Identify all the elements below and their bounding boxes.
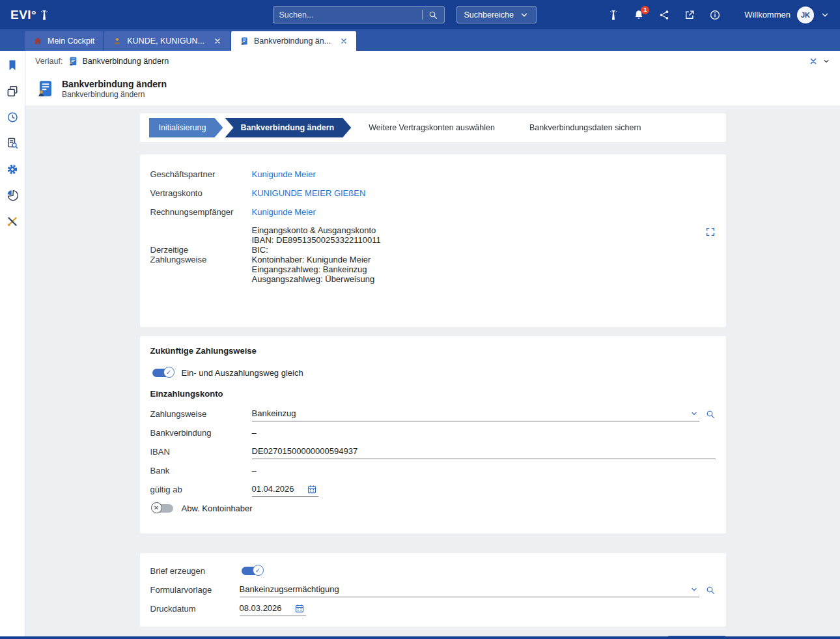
gueltig-ab-date-field[interactable]: 01.04.2026 [252, 483, 318, 497]
calendar-icon[interactable] [307, 484, 317, 494]
abw-kontoinhaber-toggle[interactable] [152, 504, 173, 513]
global-search[interactable] [273, 6, 445, 23]
user-menu[interactable]: Willkommen JK [744, 7, 830, 23]
content-area: Initialisierung Bankverbindung ändern We… [25, 106, 840, 636]
x-icon [151, 502, 162, 513]
chevron-down-icon [520, 10, 529, 20]
wizard-step-bankverbindung-aendern[interactable]: Bankverbindung ändern [225, 118, 351, 137]
bookmark-icon[interactable] [6, 59, 20, 72]
layers-icon[interactable] [6, 85, 20, 98]
formularvorlage-select[interactable]: Bankeinzugsermächtigung [240, 582, 699, 597]
tab-close-icon[interactable] [340, 37, 348, 45]
field-row-iban: IBAN [150, 442, 716, 461]
payment-line: Eingangszahlweg: Bankeinzug [252, 264, 705, 274]
topbar-icon-group: 1 [608, 9, 721, 21]
wizard-step-label: Initialisierung [159, 123, 206, 132]
geschaeftspartner-link[interactable]: Kunigunde Meier [252, 169, 316, 179]
lighthouse-logo-icon [38, 9, 50, 21]
brief-erzeugen-toggle[interactable] [242, 567, 262, 575]
info-icon[interactable] [709, 9, 721, 21]
search-scope-dropdown[interactable]: Suchbereiche [456, 6, 537, 23]
tab-label: Bankverbindung än... [254, 36, 331, 46]
wizard-step-weitere-vertragskonten[interactable]: Weitere Vertragskonten auswählen [353, 118, 512, 137]
date-value: 08.03.2026 [240, 603, 282, 613]
user-menu-chevron-icon[interactable] [820, 10, 830, 20]
tab-bankverbindung[interactable]: Bankverbindung än... [231, 31, 356, 51]
field-label: Formularvorlage [150, 585, 240, 595]
letter-card: Brief erzeugen Formularvorlage Bankeinzu… [140, 553, 726, 627]
gear-icon[interactable] [6, 163, 20, 177]
close-icon[interactable] [809, 57, 818, 66]
field-label: Druckdatum [150, 604, 240, 614]
value-help-search-icon[interactable] [705, 409, 716, 419]
open-external-icon[interactable] [684, 9, 695, 21]
field-row-brief-erzeugen: Brief erzeugen [150, 561, 716, 580]
share-icon[interactable] [658, 9, 670, 21]
process-document-icon [35, 78, 55, 99]
wizard-step-daten-sichern[interactable]: Bankverbindungsdaten sichern [514, 118, 658, 137]
chevron-down-icon[interactable] [822, 57, 830, 65]
payment-line: IBAN: DE89513500253322110011 [252, 235, 705, 245]
selected-value: Bankeinzug [252, 408, 690, 418]
verlauf-label: Verlauf: [35, 57, 63, 66]
iban-input[interactable] [252, 444, 716, 459]
druckdatum-date-field[interactable]: 08.03.2026 [240, 602, 306, 616]
toggle-label: Abw. Kontoinhaber [182, 504, 253, 513]
search-icon[interactable] [428, 10, 438, 20]
wizard-step-initialisierung[interactable]: Initialisierung [149, 118, 223, 137]
notifications-bell-icon[interactable]: 1 [633, 9, 645, 21]
notification-badge: 1 [641, 6, 649, 14]
search-divider [422, 10, 423, 20]
welcome-label: Willkommen [744, 10, 791, 20]
history-icon[interactable] [6, 111, 20, 124]
field-label: Brief erzeugen [150, 566, 240, 576]
tab-close-icon[interactable] [214, 37, 221, 45]
abw-kontoinhaber-toggle-row: Abw. Kontoinhaber [150, 499, 716, 518]
partner-summary-card: Geschäftspartner Kunigunde Meier Vertrag… [140, 154, 726, 327]
lighthouse-icon[interactable] [608, 9, 619, 21]
tab-kunde[interactable]: KUNDE, KUNIGUN... [104, 31, 230, 51]
field-row-vertragskonto: Vertragskonto KUNIGUNDE MEIER GIEßEN [150, 184, 716, 203]
zahlungsweise-select[interactable]: Bankeinzug [252, 406, 699, 421]
current-payment-details: Eingangskonto & Ausgangskonto IBAN: DE89… [252, 225, 705, 284]
current-payment-block: Derzeitige Zahlungsweise Eingangskonto &… [150, 225, 716, 284]
field-label: Zahlungsweise [150, 409, 252, 419]
search-input[interactable] [279, 10, 417, 20]
chevron-down-icon[interactable] [690, 586, 698, 593]
tab-label: KUNDE, KUNIGUN... [127, 36, 204, 46]
wizard-steps-card: Initialisierung Bankverbindung ändern We… [140, 113, 726, 142]
vertragskonto-link[interactable]: KUNIGUNDE MEIER GIEßEN [252, 188, 366, 198]
check-icon [163, 367, 175, 378]
process-document-icon [240, 36, 249, 46]
field-row-gueltig-ab: gültig ab 01.04.2026 [150, 480, 716, 499]
value-help-search-icon[interactable] [705, 585, 716, 595]
field-value: – [252, 428, 257, 438]
verlauf-entry[interactable]: Bankverbindung ändern [68, 56, 169, 66]
process-document-icon [68, 56, 78, 66]
evi-logo[interactable]: EVI° [10, 8, 50, 22]
field-row-formularvorlage: Formularvorlage Bankeinzugsermächtigung [150, 580, 716, 599]
customer-icon [113, 36, 122, 46]
field-label: Derzeitige Zahlungsweise [150, 245, 252, 264]
wizard-step-label: Bankverbindungsdaten sichern [529, 123, 641, 132]
pie-chart-icon[interactable] [6, 189, 20, 203]
subsection-title: Einzahlungskonto [150, 389, 716, 399]
icon-sidebar [0, 51, 25, 636]
same-payment-way-toggle[interactable] [152, 369, 173, 377]
tools-icon[interactable] [6, 215, 20, 229]
payment-line: Kontoinhaber: Kunigunde Meier [252, 255, 705, 264]
expand-icon[interactable] [705, 227, 716, 237]
field-row-geschaeftspartner: Geschäftspartner Kunigunde Meier [150, 165, 716, 184]
document-search-icon[interactable] [6, 137, 20, 150]
avatar[interactable]: JK [797, 7, 814, 23]
page-title: Bankverbindung ändern [62, 79, 167, 90]
page-header: Bankverbindung ändern Bankverbindung änd… [25, 72, 840, 106]
verlauf-entry-label: Bankverbindung ändern [82, 57, 169, 66]
tab-mein-cockpit[interactable]: Mein Cockpit [25, 31, 103, 51]
calendar-icon[interactable] [294, 603, 305, 614]
tab-bar: Mein Cockpit KUNDE, KUNIGUN... Bankverbi… [0, 29, 840, 51]
field-label: gültig ab [150, 485, 252, 494]
rechnungsempfaenger-link[interactable]: Kunigunde Meier [252, 207, 316, 217]
chevron-down-icon[interactable] [690, 410, 698, 418]
bottom-window-edge [0, 636, 840, 639]
